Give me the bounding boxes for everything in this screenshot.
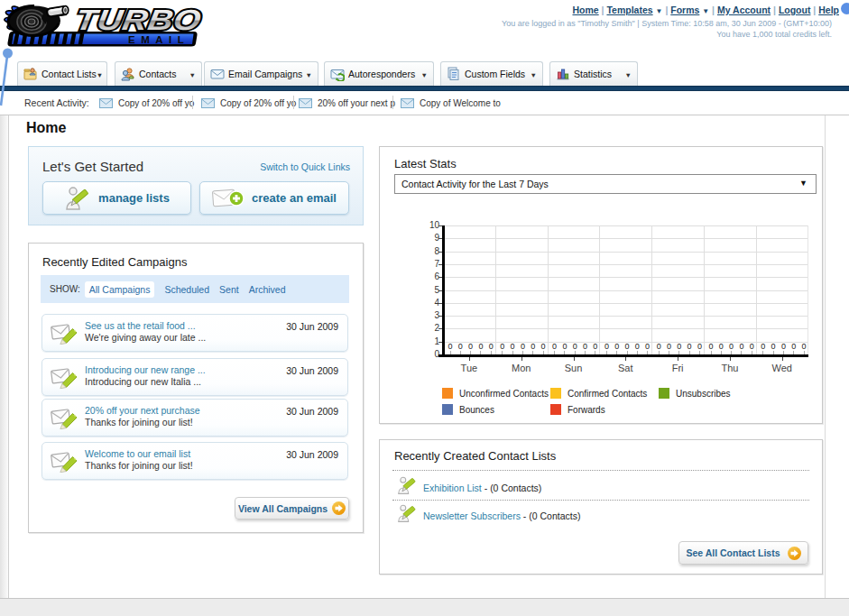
- svg-text:TURBO: TURBO: [73, 5, 204, 37]
